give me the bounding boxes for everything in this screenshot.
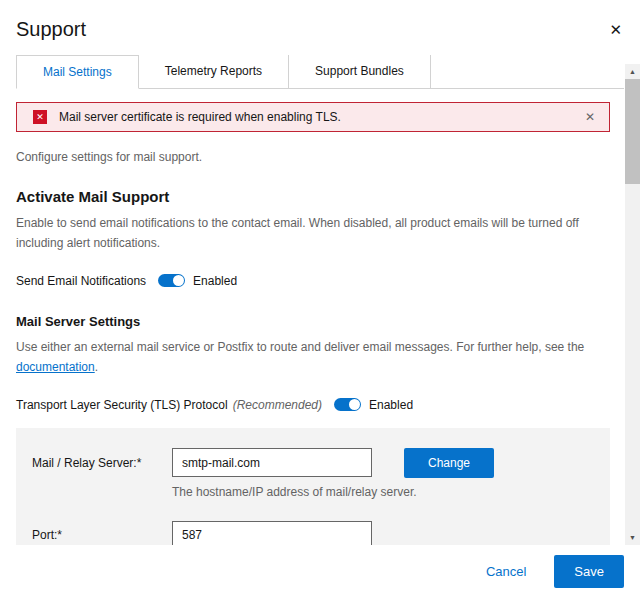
tls-protocol-row: Transport Layer Security (TLS) Protocol … — [16, 398, 610, 412]
error-banner: ✕ Mail server certificate is required wh… — [16, 102, 610, 132]
documentation-link[interactable]: documentation — [16, 360, 95, 374]
error-message: Mail server certificate is required when… — [59, 110, 581, 124]
scrollbar-thumb[interactable] — [625, 79, 640, 184]
tab-telemetry-reports[interactable]: Telemetry Reports — [139, 55, 289, 88]
port-label: Port:* — [32, 528, 172, 542]
activate-mail-support-description: Enable to send email notifications to th… — [16, 213, 610, 254]
tab-support-bundles[interactable]: Support Bundles — [289, 55, 431, 88]
vertical-scrollbar[interactable]: ▲ ▼ — [625, 64, 640, 545]
dialog-body: ✕ Mail server certificate is required wh… — [0, 102, 640, 597]
mail-relay-server-label: Mail / Relay Server:* — [32, 456, 172, 470]
support-dialog: Support ✕ Mail Settings Telemetry Report… — [0, 0, 640, 597]
tab-mail-settings[interactable]: Mail Settings — [16, 55, 139, 89]
toggle-knob — [173, 275, 184, 286]
page-title: Support — [16, 18, 86, 41]
mail-server-settings-heading: Mail Server Settings — [16, 314, 610, 329]
scroll-up-icon[interactable]: ▲ — [625, 64, 640, 79]
dialog-footer: Cancel Save — [0, 545, 640, 597]
mail-relay-server-input[interactable] — [172, 448, 372, 477]
dismiss-alert-icon[interactable]: ✕ — [581, 110, 599, 124]
send-email-notifications-row: Send Email Notifications Enabled — [16, 274, 610, 288]
activate-mail-support-heading: Activate Mail Support — [16, 188, 610, 205]
tls-protocol-label: Transport Layer Security (TLS) Protocol — [16, 398, 228, 412]
send-email-notifications-state: Enabled — [193, 274, 237, 288]
tab-bar: Mail Settings Telemetry Reports Support … — [16, 55, 624, 89]
send-email-notifications-toggle[interactable] — [158, 274, 185, 287]
error-icon: ✕ — [33, 110, 47, 124]
toggle-knob — [349, 399, 360, 410]
description-period: . — [95, 360, 98, 374]
change-button[interactable]: Change — [404, 448, 494, 478]
close-icon[interactable]: ✕ — [607, 18, 624, 41]
description-text: Use either an external mail service or P… — [16, 340, 584, 354]
tls-protocol-state: Enabled — [369, 398, 413, 412]
mail-server-settings-description: Use either an external mail service or P… — [16, 337, 610, 378]
dialog-header: Support ✕ — [0, 0, 640, 55]
scroll-down-icon[interactable]: ▼ — [625, 530, 640, 545]
mail-relay-server-helper: The hostname/IP address of mail/relay se… — [172, 485, 594, 499]
cancel-button[interactable]: Cancel — [486, 564, 526, 579]
tls-protocol-toggle[interactable] — [334, 398, 361, 411]
send-email-notifications-label: Send Email Notifications — [16, 274, 146, 288]
intro-text: Configure settings for mail support. — [16, 150, 610, 164]
tls-recommended-label: (Recommended) — [233, 398, 322, 412]
save-button[interactable]: Save — [554, 555, 624, 588]
mail-relay-server-row: Mail / Relay Server:* Change — [32, 448, 594, 478]
